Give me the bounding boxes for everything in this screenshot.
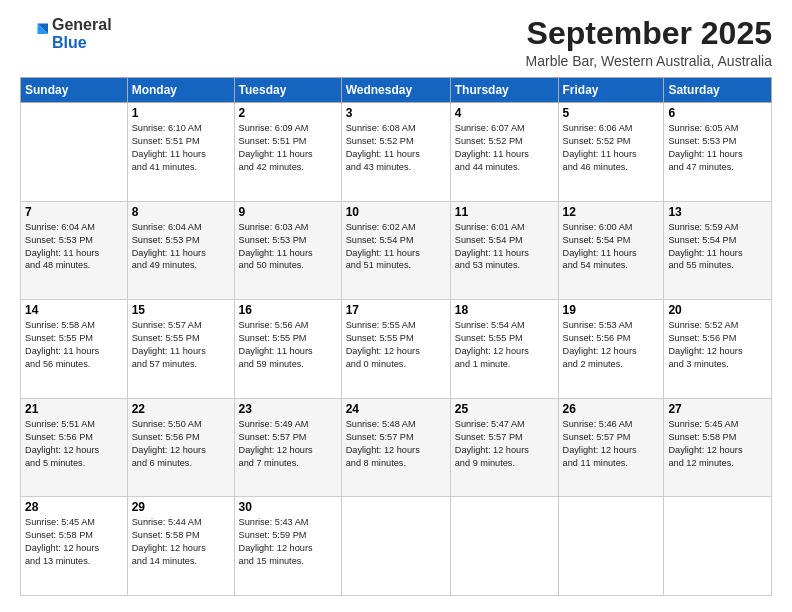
calendar-table: Sunday Monday Tuesday Wednesday Thursday… [20, 77, 772, 596]
day-number: 21 [25, 402, 123, 416]
day-info: Sunrise: 6:06 AM Sunset: 5:52 PM Dayligh… [563, 122, 660, 174]
day-info: Sunrise: 5:49 AM Sunset: 5:57 PM Dayligh… [239, 418, 337, 470]
calendar-cell: 7Sunrise: 6:04 AM Sunset: 5:53 PM Daylig… [21, 201, 128, 300]
day-info: Sunrise: 6:04 AM Sunset: 5:53 PM Dayligh… [132, 221, 230, 273]
day-number: 14 [25, 303, 123, 317]
day-info: Sunrise: 5:56 AM Sunset: 5:55 PM Dayligh… [239, 319, 337, 371]
calendar-cell [21, 103, 128, 202]
day-number: 20 [668, 303, 767, 317]
calendar-cell: 29Sunrise: 5:44 AM Sunset: 5:58 PM Dayli… [127, 497, 234, 596]
day-number: 16 [239, 303, 337, 317]
title-block: September 2025 Marble Bar, Western Austr… [526, 16, 772, 69]
day-info: Sunrise: 5:44 AM Sunset: 5:58 PM Dayligh… [132, 516, 230, 568]
logo-general: General [52, 16, 112, 34]
day-number: 23 [239, 402, 337, 416]
page: General Blue September 2025 Marble Bar, … [0, 0, 792, 612]
day-info: Sunrise: 5:45 AM Sunset: 5:58 PM Dayligh… [668, 418, 767, 470]
calendar-cell: 26Sunrise: 5:46 AM Sunset: 5:57 PM Dayli… [558, 398, 664, 497]
day-info: Sunrise: 6:09 AM Sunset: 5:51 PM Dayligh… [239, 122, 337, 174]
day-info: Sunrise: 5:47 AM Sunset: 5:57 PM Dayligh… [455, 418, 554, 470]
calendar-week-row: 28Sunrise: 5:45 AM Sunset: 5:58 PM Dayli… [21, 497, 772, 596]
calendar-cell [664, 497, 772, 596]
day-info: Sunrise: 5:57 AM Sunset: 5:55 PM Dayligh… [132, 319, 230, 371]
col-friday: Friday [558, 78, 664, 103]
day-number: 24 [346, 402, 446, 416]
day-info: Sunrise: 5:50 AM Sunset: 5:56 PM Dayligh… [132, 418, 230, 470]
day-info: Sunrise: 6:01 AM Sunset: 5:54 PM Dayligh… [455, 221, 554, 273]
day-info: Sunrise: 6:00 AM Sunset: 5:54 PM Dayligh… [563, 221, 660, 273]
calendar-cell: 23Sunrise: 5:49 AM Sunset: 5:57 PM Dayli… [234, 398, 341, 497]
day-info: Sunrise: 5:48 AM Sunset: 5:57 PM Dayligh… [346, 418, 446, 470]
day-info: Sunrise: 6:07 AM Sunset: 5:52 PM Dayligh… [455, 122, 554, 174]
day-info: Sunrise: 6:04 AM Sunset: 5:53 PM Dayligh… [25, 221, 123, 273]
day-number: 6 [668, 106, 767, 120]
day-number: 19 [563, 303, 660, 317]
day-number: 26 [563, 402, 660, 416]
day-number: 18 [455, 303, 554, 317]
calendar-cell [341, 497, 450, 596]
day-info: Sunrise: 6:03 AM Sunset: 5:53 PM Dayligh… [239, 221, 337, 273]
day-info: Sunrise: 5:46 AM Sunset: 5:57 PM Dayligh… [563, 418, 660, 470]
logo-blue: Blue [52, 34, 112, 52]
calendar-cell: 22Sunrise: 5:50 AM Sunset: 5:56 PM Dayli… [127, 398, 234, 497]
calendar-cell: 15Sunrise: 5:57 AM Sunset: 5:55 PM Dayli… [127, 300, 234, 399]
day-number: 10 [346, 205, 446, 219]
col-tuesday: Tuesday [234, 78, 341, 103]
calendar-cell: 8Sunrise: 6:04 AM Sunset: 5:53 PM Daylig… [127, 201, 234, 300]
day-number: 9 [239, 205, 337, 219]
col-thursday: Thursday [450, 78, 558, 103]
calendar-cell: 2Sunrise: 6:09 AM Sunset: 5:51 PM Daylig… [234, 103, 341, 202]
logo: General Blue [20, 16, 112, 51]
calendar-cell: 10Sunrise: 6:02 AM Sunset: 5:54 PM Dayli… [341, 201, 450, 300]
day-number: 2 [239, 106, 337, 120]
day-number: 30 [239, 500, 337, 514]
day-number: 11 [455, 205, 554, 219]
day-info: Sunrise: 5:52 AM Sunset: 5:56 PM Dayligh… [668, 319, 767, 371]
calendar-header-row: Sunday Monday Tuesday Wednesday Thursday… [21, 78, 772, 103]
day-info: Sunrise: 5:55 AM Sunset: 5:55 PM Dayligh… [346, 319, 446, 371]
calendar-week-row: 1Sunrise: 6:10 AM Sunset: 5:51 PM Daylig… [21, 103, 772, 202]
col-sunday: Sunday [21, 78, 128, 103]
calendar-cell: 6Sunrise: 6:05 AM Sunset: 5:53 PM Daylig… [664, 103, 772, 202]
day-info: Sunrise: 5:59 AM Sunset: 5:54 PM Dayligh… [668, 221, 767, 273]
day-info: Sunrise: 6:10 AM Sunset: 5:51 PM Dayligh… [132, 122, 230, 174]
month-title: September 2025 [526, 16, 772, 51]
calendar-cell: 25Sunrise: 5:47 AM Sunset: 5:57 PM Dayli… [450, 398, 558, 497]
location-subtitle: Marble Bar, Western Australia, Australia [526, 53, 772, 69]
col-wednesday: Wednesday [341, 78, 450, 103]
day-info: Sunrise: 6:08 AM Sunset: 5:52 PM Dayligh… [346, 122, 446, 174]
day-number: 4 [455, 106, 554, 120]
calendar-week-row: 7Sunrise: 6:04 AM Sunset: 5:53 PM Daylig… [21, 201, 772, 300]
day-info: Sunrise: 5:43 AM Sunset: 5:59 PM Dayligh… [239, 516, 337, 568]
day-info: Sunrise: 5:53 AM Sunset: 5:56 PM Dayligh… [563, 319, 660, 371]
day-number: 28 [25, 500, 123, 514]
calendar-cell: 11Sunrise: 6:01 AM Sunset: 5:54 PM Dayli… [450, 201, 558, 300]
calendar-cell: 19Sunrise: 5:53 AM Sunset: 5:56 PM Dayli… [558, 300, 664, 399]
logo-icon [20, 20, 48, 48]
day-number: 12 [563, 205, 660, 219]
day-number: 27 [668, 402, 767, 416]
logo-text: General Blue [52, 16, 112, 51]
calendar-cell: 21Sunrise: 5:51 AM Sunset: 5:56 PM Dayli… [21, 398, 128, 497]
day-number: 17 [346, 303, 446, 317]
calendar-cell: 30Sunrise: 5:43 AM Sunset: 5:59 PM Dayli… [234, 497, 341, 596]
calendar-cell [558, 497, 664, 596]
calendar-cell: 13Sunrise: 5:59 AM Sunset: 5:54 PM Dayli… [664, 201, 772, 300]
day-number: 25 [455, 402, 554, 416]
day-info: Sunrise: 6:05 AM Sunset: 5:53 PM Dayligh… [668, 122, 767, 174]
calendar-cell: 17Sunrise: 5:55 AM Sunset: 5:55 PM Dayli… [341, 300, 450, 399]
calendar-cell: 27Sunrise: 5:45 AM Sunset: 5:58 PM Dayli… [664, 398, 772, 497]
calendar-cell: 14Sunrise: 5:58 AM Sunset: 5:55 PM Dayli… [21, 300, 128, 399]
day-number: 1 [132, 106, 230, 120]
calendar-cell: 1Sunrise: 6:10 AM Sunset: 5:51 PM Daylig… [127, 103, 234, 202]
day-info: Sunrise: 6:02 AM Sunset: 5:54 PM Dayligh… [346, 221, 446, 273]
calendar-cell: 9Sunrise: 6:03 AM Sunset: 5:53 PM Daylig… [234, 201, 341, 300]
calendar-week-row: 21Sunrise: 5:51 AM Sunset: 5:56 PM Dayli… [21, 398, 772, 497]
day-number: 3 [346, 106, 446, 120]
calendar-cell: 24Sunrise: 5:48 AM Sunset: 5:57 PM Dayli… [341, 398, 450, 497]
calendar-cell: 4Sunrise: 6:07 AM Sunset: 5:52 PM Daylig… [450, 103, 558, 202]
calendar-cell: 16Sunrise: 5:56 AM Sunset: 5:55 PM Dayli… [234, 300, 341, 399]
col-saturday: Saturday [664, 78, 772, 103]
calendar-cell: 18Sunrise: 5:54 AM Sunset: 5:55 PM Dayli… [450, 300, 558, 399]
day-number: 22 [132, 402, 230, 416]
